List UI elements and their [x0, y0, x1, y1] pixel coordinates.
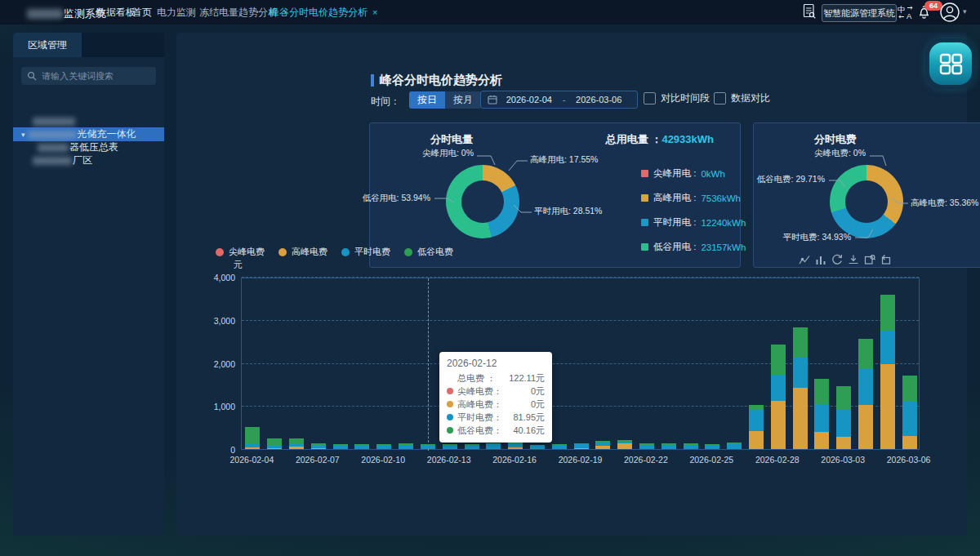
date-range-picker[interactable]: 2026-02-04 - 2026-03-06	[480, 91, 638, 109]
bar-segment	[574, 444, 589, 448]
bar-segment	[858, 339, 873, 369]
bar-segment	[465, 444, 479, 446]
close-icon[interactable]: ×	[372, 7, 377, 17]
y-axis-tick-label: 3,000	[194, 316, 235, 326]
expand-caret-icon[interactable]: ▾	[21, 131, 25, 139]
bar-legend-item[interactable]: 尖峰电费	[216, 246, 265, 258]
svg-text:中: 中	[898, 5, 906, 14]
toolbox-line-chart-icon[interactable]	[799, 254, 810, 265]
bar-segment	[333, 446, 348, 450]
x-axis-tick-label: 2026-02-22	[612, 455, 680, 465]
donut-legend-item[interactable]: 高峰用电 :7536kWh	[641, 192, 746, 204]
tooltip-series-dot	[447, 427, 453, 434]
bar-segment	[267, 438, 282, 446]
avatar-caret-icon[interactable]: ▾	[963, 7, 967, 16]
bar-segment	[399, 445, 413, 449]
bar-segment	[771, 375, 786, 401]
bar-chart-legend: 尖峰电费高峰电费平时电费低谷电费	[216, 246, 453, 258]
bar-legend-item[interactable]: 低谷电费	[404, 246, 453, 258]
bar-segment	[836, 409, 851, 437]
bar-segment	[705, 445, 719, 449]
tree-item[interactable]: 器低压总表	[13, 140, 164, 154]
legend-color-swatch	[641, 219, 648, 226]
bar-segment	[617, 443, 632, 449]
sidebar-search-input[interactable]: 请输入关键词搜索	[21, 67, 156, 85]
toolbox-zoom-reset-icon[interactable]	[880, 254, 892, 265]
legend-label: 尖峰用电 :	[653, 167, 696, 180]
donut-callout-label: 低谷用电: 53.94%	[363, 193, 430, 204]
document-search-icon[interactable]	[803, 3, 817, 23]
smart-energy-system-button[interactable]: 智慧能源管理系统	[822, 4, 897, 22]
checkbox-icon[interactable]	[714, 92, 726, 105]
x-axis-tick-label: 2026-02-07	[283, 455, 352, 465]
bar-legend-item[interactable]: 平时电费	[341, 246, 390, 258]
chart-toolbox	[799, 254, 892, 265]
stacked-bar-chart-plot	[241, 278, 920, 450]
tooltip-series-dot	[447, 401, 453, 407]
app-grid-floating-button[interactable]	[929, 42, 972, 85]
bar-segment	[508, 443, 523, 447]
legend-value: 7536kWh	[701, 193, 741, 203]
bar-segment	[814, 379, 829, 404]
donut-legend-item[interactable]: 尖峰用电 :0kWh	[641, 167, 746, 180]
start-date[interactable]: 2026-02-04	[497, 95, 561, 105]
menu-home[interactable]: 首页	[132, 0, 152, 24]
bar-legend-item[interactable]: 高峰电费	[278, 246, 327, 258]
time-of-use-cost-card: 分时电费 总用电费 ：20987.78元 尖峰电费 :0元高峰电费 :7422.…	[753, 122, 980, 268]
bar-segment	[727, 443, 742, 444]
by-day-button[interactable]: 按日	[409, 91, 445, 109]
data-compare-checkbox[interactable]: 数据对比	[714, 91, 770, 105]
time-label: 时间：	[371, 95, 400, 109]
tooltip-series-row: 平时电费：81.95元	[447, 411, 545, 424]
legend-color-dot	[404, 248, 412, 256]
tree-item[interactable]: 厂区	[13, 153, 164, 167]
toolbox-save-image-icon[interactable]	[848, 254, 859, 265]
region-sidebar: 区域管理 请输入关键词搜索 ▾光储充一体化器低压总表厂区	[13, 33, 164, 536]
bar-segment	[376, 444, 391, 446]
compare-period-checkbox[interactable]: 对比时间段	[644, 91, 710, 105]
bar-segment	[836, 386, 851, 410]
legend-value: 23157kWh	[701, 242, 746, 252]
bar-segment	[311, 443, 326, 445]
tree-item[interactable]: ▾光储充一体化	[13, 127, 164, 141]
y-axis-tick-label: 2,000	[194, 359, 235, 369]
calendar-icon	[488, 95, 497, 105]
avatar[interactable]	[939, 2, 960, 26]
x-axis-tick-label: 2026-02-10	[349, 455, 417, 465]
x-axis-tick-label: 2026-02-04	[217, 455, 286, 465]
tree-item-label: 光储充一体化	[78, 128, 136, 140]
bar-segment	[727, 444, 742, 449]
bar-segment	[858, 369, 873, 405]
card-title: 分时电量	[430, 132, 473, 147]
donut-callout-label: 平时用电: 28.51%	[534, 206, 602, 217]
sidebar-tab-region-management[interactable]: 区域管理	[13, 33, 82, 57]
end-date[interactable]: 2026-03-06	[567, 95, 630, 105]
toolbox-data-zoom-icon[interactable]	[864, 254, 875, 265]
tree-item[interactable]	[13, 114, 164, 128]
chart-tooltip: 2026-02-12 总电费 ： 122.11元 尖峰电费：0元高峰电费：0元平…	[439, 352, 552, 443]
donut-callout-label: 尖峰用电: 0%	[422, 148, 474, 159]
donut-legend-item[interactable]: 低谷用电 :23157kWh	[641, 241, 746, 253]
bar-segment	[793, 358, 808, 388]
dashboard-page: 监测系统 数据看板 首页 电力监测× 冻结电量趋势分析× 峰谷分时电价趋势分析×…	[0, 0, 980, 556]
bar-segment	[814, 432, 829, 449]
donut-legend-item[interactable]: 平时用电 :12240kWh	[641, 216, 746, 229]
translate-icon[interactable]: 中 A	[898, 5, 914, 23]
bar-segment	[421, 444, 435, 446]
tab-peak-valley-price-trend-active[interactable]: 峰谷分时电价趋势分析×	[270, 0, 377, 24]
toolbox-bar-chart-icon[interactable]	[815, 254, 826, 265]
toolbox-restore-icon[interactable]	[831, 254, 843, 265]
bar-segment	[333, 444, 348, 446]
legend-color-swatch	[641, 243, 648, 251]
bar-segment	[289, 447, 304, 449]
legend-value: 12240kWh	[701, 218, 746, 228]
checkbox-icon[interactable]	[644, 92, 656, 105]
bar-segment	[749, 409, 764, 430]
by-month-button[interactable]: 按月	[445, 91, 481, 109]
svg-text:A: A	[906, 11, 912, 20]
bar-segment	[465, 446, 479, 450]
brand-logo: 监测系统	[27, 7, 106, 21]
menu-data-dashboard[interactable]: 数据看板	[96, 0, 136, 24]
donut-callout-label: 低谷电费: 29.71%	[757, 174, 825, 185]
bar-segment	[880, 364, 895, 449]
